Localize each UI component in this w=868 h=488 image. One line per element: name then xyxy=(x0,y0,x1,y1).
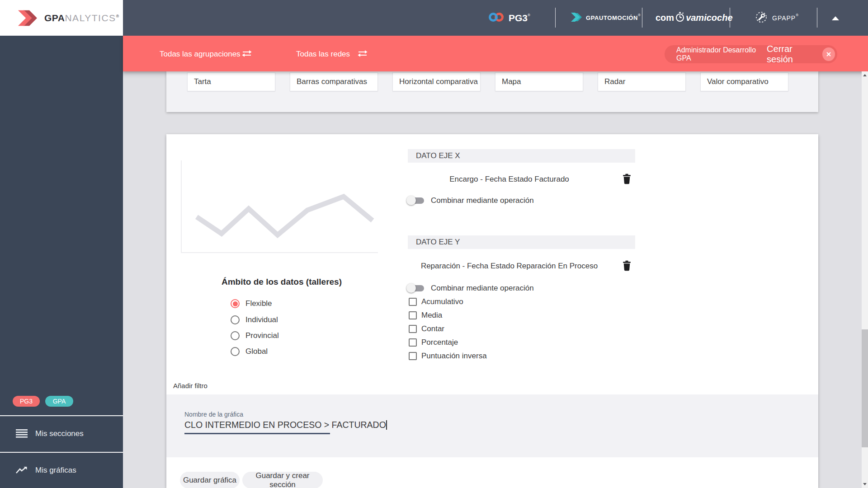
logout-button[interactable]: Cerrar sesión xyxy=(767,44,818,65)
chart-name-input[interactable]: CLO INTERMEDIO EN PROCESO > FACTURADO xyxy=(184,420,330,434)
axis-x-header: DATO EJE X xyxy=(408,149,635,163)
user-name[interactable]: Administrador Desarrollo GPA xyxy=(676,46,767,62)
topbar-divider xyxy=(817,8,817,28)
collapse-topbar-arrow-icon[interactable] xyxy=(832,16,839,20)
axis-y-combine-toggle[interactable]: Combinar mediante operación xyxy=(408,283,534,294)
sidebar-item-label: Mis gráficas xyxy=(35,466,76,475)
chart-type-card-valor-comparativo[interactable]: Valor comparativo xyxy=(700,72,788,91)
save-chart-button[interactable]: Guardar gráfica xyxy=(180,472,240,488)
gpautomocion-arrow-icon xyxy=(571,12,582,24)
checkbox-porcentaje[interactable]: Porcentaje xyxy=(409,337,458,348)
checkbox-media[interactable]: Media xyxy=(409,310,442,321)
chart-type-card-barras-comparativas[interactable]: Barras comparativas xyxy=(290,72,378,91)
radio-flexible[interactable]: Flexible xyxy=(231,298,272,309)
axis-x-field-row: Encargo - Fecha Estado Facturado xyxy=(408,172,635,187)
scroll-down-arrow-icon[interactable] xyxy=(863,483,867,485)
radio-global[interactable]: Global xyxy=(231,346,268,357)
axis-x-field-value: Encargo - Fecha Estado Facturado xyxy=(408,172,635,187)
chart-type-card-radar[interactable]: Radar xyxy=(598,72,686,91)
gpapp-registered: ® xyxy=(796,13,798,17)
radio-provincial[interactable]: Provincial xyxy=(231,330,279,341)
axis-y-header: DATO EJE Y xyxy=(408,235,635,249)
chart-name-panel: Nombre de la gráfica CLO INTERMEDIO EN P… xyxy=(166,394,818,457)
axis-y-field-row: Reparación - Fecha Estado Reparación En … xyxy=(408,259,635,273)
chart-editor-panel: Ámbito de los datos (talleres) Flexible … xyxy=(166,134,818,488)
page: PG3 ® GPAUTOMOCIÓN ® com xyxy=(0,0,868,488)
radio-individual[interactable]: Individual xyxy=(231,314,278,325)
top-bar: PG3 ® GPAUTOMOCIÓN ® com xyxy=(123,0,868,36)
sidebar: PG3 GPA Mis secciones Mis gráficas xyxy=(0,36,123,488)
filter-bar: Todas las agrupaciones Todas las redes A… xyxy=(123,36,868,71)
networks-filter-label[interactable]: Todas las redes xyxy=(296,50,350,59)
trash-icon xyxy=(622,174,632,185)
scope-title: Ámbito de los datos (talleres) xyxy=(216,277,347,287)
brand-gpautomocion[interactable]: GPAUTOMOCIÓN ® xyxy=(571,0,641,36)
comprovamicoche-prefix: com xyxy=(656,13,674,23)
gpanalytics-arrow-icon xyxy=(17,9,38,28)
chart-name-label: Nombre de la gráfica xyxy=(184,411,243,418)
scroll-up-arrow-icon[interactable] xyxy=(863,74,867,76)
sidebar-badge-pg3[interactable]: PG3 xyxy=(13,396,40,407)
topbar-divider xyxy=(642,8,642,28)
axis-y-field-value: Reparación - Fecha Estado Reparación En … xyxy=(408,259,635,273)
sidebar-badge-gpa[interactable]: GPA xyxy=(45,396,73,407)
groups-filter-label[interactable]: Todas las agrupaciones xyxy=(160,50,241,59)
add-filter-button[interactable]: Añadir filtro xyxy=(173,382,208,389)
session-pill: Administrador Desarrollo GPA Cerrar sesi… xyxy=(665,45,837,63)
toggle-off-icon xyxy=(408,197,424,204)
chart-type-selector: Tarta Barras comparativas Horizontal com… xyxy=(166,71,818,112)
swap-groups-icon[interactable] xyxy=(241,50,252,59)
checkbox-puntuacion-inversa[interactable]: Puntuación inversa xyxy=(409,351,487,361)
checkbox-icon xyxy=(409,298,417,306)
trash-icon xyxy=(622,260,632,272)
gpautomocion-registered: ® xyxy=(638,13,641,17)
checkbox-icon xyxy=(409,311,417,319)
pg3-infinity-icon xyxy=(488,11,505,25)
topbar-divider xyxy=(555,8,556,28)
radio-icon xyxy=(231,299,240,308)
clock-icon xyxy=(674,12,686,24)
brand-pg3[interactable]: PG3 ® xyxy=(488,0,530,36)
checkbox-icon xyxy=(409,325,417,333)
radio-icon xyxy=(231,315,240,324)
app-logo-text: GPANALYTICS® xyxy=(44,13,119,23)
swap-networks-icon[interactable] xyxy=(357,50,368,59)
axis-x-combine-toggle[interactable]: Combinar mediante operación xyxy=(408,195,534,206)
chart-type-card-horizontal-comparativa[interactable]: Horizontal comparativa xyxy=(392,72,481,91)
preview-line xyxy=(197,197,373,235)
vertical-scrollbar[interactable] xyxy=(862,71,868,488)
brand-comprovamicoche[interactable]: com vamicoche xyxy=(656,0,733,36)
close-icon xyxy=(826,52,831,57)
app-logo[interactable]: GPANALYTICS® xyxy=(0,0,123,36)
checkbox-acumulativo[interactable]: Acumulativo xyxy=(409,296,463,307)
text-caret xyxy=(386,420,387,430)
topbar-divider xyxy=(730,8,730,28)
chart-type-card-tarta[interactable]: Tarta xyxy=(187,72,275,91)
save-and-create-section-button[interactable]: Guardar y crear sección xyxy=(242,472,323,488)
gpapp-wrench-icon xyxy=(755,11,768,25)
delete-axis-y-button[interactable] xyxy=(622,260,632,273)
gpapp-label: GPAPP xyxy=(772,14,796,22)
gpautomocion-label: GPAUTOMOCIÓN xyxy=(586,14,638,21)
sidebar-item-label: Mis secciones xyxy=(35,429,84,438)
radio-icon xyxy=(231,331,240,340)
brand-gpapp[interactable]: GPAPP ® xyxy=(755,0,798,36)
checkbox-contar[interactable]: Contar xyxy=(409,324,444,334)
chart-preview xyxy=(181,160,378,253)
scrollbar-thumb[interactable] xyxy=(862,329,868,447)
checkbox-icon xyxy=(409,338,417,347)
toggle-off-icon xyxy=(408,285,424,291)
menu-icon xyxy=(16,429,28,438)
sidebar-item-mis-secciones[interactable]: Mis secciones xyxy=(0,415,123,451)
delete-axis-x-button[interactable] xyxy=(622,174,632,187)
sidebar-item-mis-graficas[interactable]: Mis gráficas xyxy=(0,452,123,488)
pg3-registered: ® xyxy=(528,13,530,17)
checkbox-icon xyxy=(409,352,417,360)
chart-type-card-mapa[interactable]: Mapa xyxy=(495,72,583,91)
radio-icon xyxy=(231,347,240,356)
line-chart-icon xyxy=(16,466,28,474)
logout-close-button[interactable] xyxy=(822,47,835,61)
pg3-label: PG3 xyxy=(509,13,528,23)
comprovamicoche-suffix: vamicoche xyxy=(686,13,732,23)
